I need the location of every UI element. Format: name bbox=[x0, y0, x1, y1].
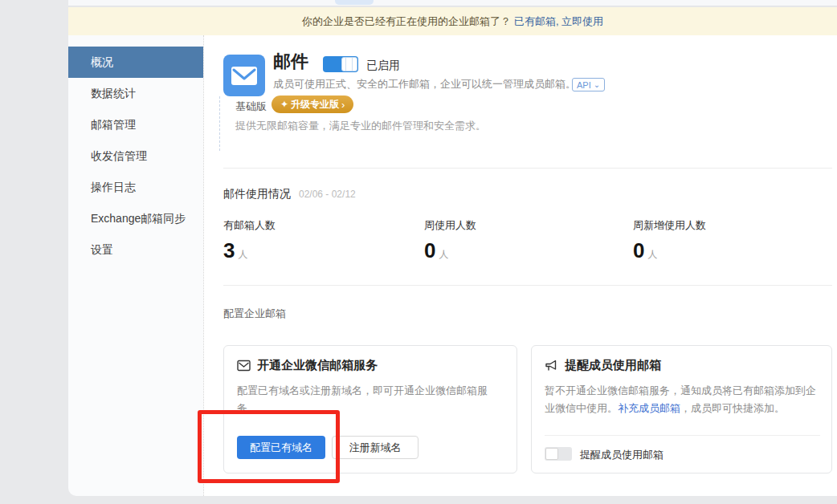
divider bbox=[223, 285, 832, 286]
stat-unit: 人 bbox=[439, 248, 448, 262]
sidebar-item-exchange-sync[interactable]: Exchange邮箱同步 bbox=[68, 203, 203, 234]
remind-members-toggle[interactable] bbox=[545, 447, 572, 461]
page: 你的企业是否已经有正在使用的企业邮箱了？ 已有邮箱, 立即使用 概况 数据统计 … bbox=[0, 0, 837, 504]
tab-indicator bbox=[335, 0, 374, 5]
use-existing-mailbox-link[interactable]: 已有邮箱, 立即使用 bbox=[514, 14, 603, 29]
sidebar-item-send-receive-management[interactable]: 收发信管理 bbox=[68, 140, 203, 172]
stat-value: 3 bbox=[223, 239, 235, 262]
sidebar-item-settings[interactable]: 设置 bbox=[68, 234, 203, 266]
card-description: 暂不开通企业微信邮箱服务，通知成员将已有邮箱添加到企业微信中使用。补充成员邮箱，… bbox=[545, 382, 819, 417]
divider bbox=[545, 435, 820, 436]
toggle-knob bbox=[545, 448, 558, 460]
stat-mailbox-users: 有邮箱人数 3 人 bbox=[223, 218, 276, 262]
chevron-down-icon: ⌄ bbox=[594, 82, 600, 88]
sidebar-item-mailbox-management[interactable]: 邮箱管理 bbox=[68, 109, 203, 140]
stat-weekly-users: 周使用人数 0 人 bbox=[424, 218, 476, 262]
toggle-knob bbox=[341, 57, 357, 71]
sidebar: 概况 数据统计 邮箱管理 收发信管理 操作日志 Exchange邮箱同步 设置 bbox=[68, 35, 203, 496]
megaphone-icon bbox=[545, 360, 558, 372]
stat-unit: 人 bbox=[647, 248, 657, 262]
config-section-title: 配置企业邮箱 bbox=[223, 307, 286, 321]
chevron-right-icon: › bbox=[341, 99, 345, 111]
usage-header: 邮件使用情况 02/06 - 02/12 bbox=[223, 187, 356, 201]
sidebar-item-overview[interactable]: 概况 bbox=[68, 47, 203, 78]
remind-toggle-label: 提醒成员使用邮箱 bbox=[580, 448, 663, 462]
sparkle-icon: ✦ bbox=[280, 99, 288, 110]
card-title: 开通企业微信邮箱服务 bbox=[257, 358, 378, 373]
divider bbox=[223, 168, 832, 169]
app-description: 成员可使用正式、安全的工作邮箱，企业可以统一管理成员邮箱。 bbox=[273, 77, 576, 91]
remind-members-card: 提醒成员使用邮箱 暂不开通企业微信邮箱服务，通知成员将已有邮箱添加到企业微信中使… bbox=[531, 345, 832, 474]
page-title: 邮件 bbox=[273, 50, 308, 74]
supplement-member-email-link[interactable]: 补充成员邮箱 bbox=[618, 402, 680, 414]
stat-label: 有邮箱人数 bbox=[223, 218, 276, 233]
plan-note: 提供无限邮箱容量，满足专业的邮件管理和安全需求。 bbox=[235, 117, 515, 134]
notice-banner: 你的企业是否已经有正在使用的企业邮箱了？ 已有邮箱, 立即使用 bbox=[68, 7, 837, 35]
sidebar-item-operation-log[interactable]: 操作日志 bbox=[68, 172, 203, 203]
upgrade-label: 升级专业版 bbox=[291, 98, 339, 112]
api-dropdown[interactable]: API ⌄ bbox=[572, 78, 605, 91]
desc-text: ，成员即可快捷添加。 bbox=[680, 402, 785, 414]
banner-question: 你的企业是否已经有正在使用的企业邮箱了？ bbox=[302, 14, 511, 29]
stat-label: 周使用人数 bbox=[424, 218, 476, 233]
configure-existing-domain-button[interactable]: 配置已有域名 bbox=[237, 436, 325, 459]
dashed-connector bbox=[219, 96, 220, 151]
stat-label: 周新增使用人数 bbox=[633, 218, 706, 233]
envelope-icon bbox=[237, 360, 251, 372]
open-mailbox-service-card: 开通企业微信邮箱服务 配置已有域名或注册新域名，即可开通企业微信邮箱服务。 配置… bbox=[223, 345, 517, 474]
status-label: 已启用 bbox=[366, 59, 400, 73]
mail-app-icon bbox=[223, 55, 265, 96]
register-new-domain-button[interactable]: 注册新域名 bbox=[332, 436, 418, 459]
stat-unit: 人 bbox=[238, 248, 247, 262]
sidebar-item-statistics[interactable]: 数据统计 bbox=[68, 78, 203, 109]
plan-label: 基础版 bbox=[235, 100, 267, 114]
api-label: API bbox=[577, 80, 591, 90]
usage-date-range: 02/06 - 02/12 bbox=[299, 189, 356, 200]
card-title: 提醒成员使用邮箱 bbox=[565, 358, 661, 373]
main-content: 邮件 已启用 成员可使用正式、安全的工作邮箱，企业可以统一管理成员邮箱。 API… bbox=[203, 35, 837, 496]
stat-value: 0 bbox=[633, 239, 644, 262]
top-strip bbox=[68, 0, 837, 6]
stat-value: 0 bbox=[424, 239, 435, 262]
stat-weekly-new-users: 周新增使用人数 0 人 bbox=[633, 218, 706, 262]
upgrade-pro-button[interactable]: ✦ 升级专业版 › bbox=[272, 96, 353, 113]
usage-title: 邮件使用情况 bbox=[223, 187, 291, 201]
mail-enabled-toggle[interactable] bbox=[323, 56, 358, 72]
card-description: 配置已有域名或注册新域名，即可开通企业微信邮箱服务。 bbox=[237, 382, 504, 417]
